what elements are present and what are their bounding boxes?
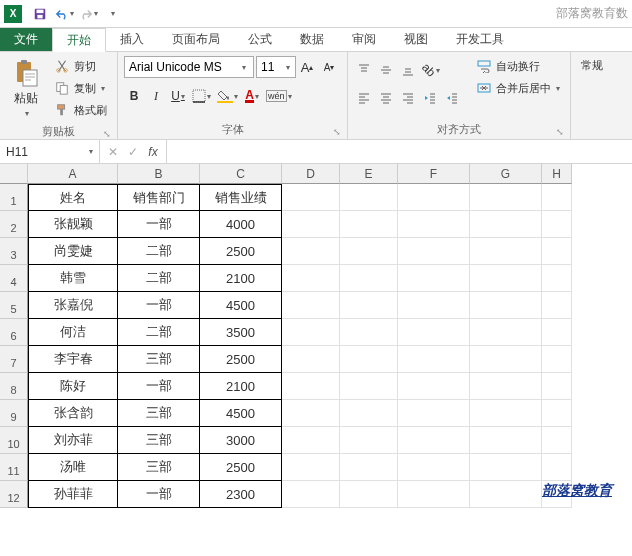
chevron-down-icon[interactable]: ▾ xyxy=(242,63,246,72)
row-header[interactable]: 12 xyxy=(0,481,28,508)
redo-button[interactable]: ▾ xyxy=(77,3,99,25)
border-button[interactable]: ▾ xyxy=(190,86,213,106)
cell[interactable] xyxy=(398,373,470,400)
cell[interactable]: 尚雯婕 xyxy=(28,238,118,265)
cell[interactable] xyxy=(398,184,470,211)
underline-button[interactable]: U▾ xyxy=(168,86,188,106)
cell[interactable]: 李宇春 xyxy=(28,346,118,373)
tab-insert[interactable]: 插入 xyxy=(106,28,158,51)
tab-file[interactable]: 文件 xyxy=(0,28,52,51)
align-left-button[interactable] xyxy=(354,88,374,108)
align-right-button[interactable] xyxy=(398,88,418,108)
row-header[interactable]: 2 xyxy=(0,211,28,238)
cell[interactable] xyxy=(340,481,398,508)
shrink-font-button[interactable]: A▾ xyxy=(320,58,338,76)
cell[interactable] xyxy=(542,400,572,427)
row-header[interactable]: 5 xyxy=(0,292,28,319)
cell[interactable] xyxy=(282,319,340,346)
column-header[interactable]: D xyxy=(282,164,340,184)
font-size-select[interactable] xyxy=(256,56,296,78)
column-header[interactable]: G xyxy=(470,164,542,184)
cell[interactable] xyxy=(282,481,340,508)
cell[interactable] xyxy=(340,265,398,292)
tab-review[interactable]: 审阅 xyxy=(338,28,390,51)
qat-customize-button[interactable]: ▾ xyxy=(101,3,123,25)
cell[interactable] xyxy=(398,265,470,292)
tab-home[interactable]: 开始 xyxy=(52,28,106,52)
cell[interactable] xyxy=(398,238,470,265)
cancel-formula-button[interactable]: ✕ xyxy=(104,143,122,161)
cell[interactable] xyxy=(470,184,542,211)
cell[interactable] xyxy=(282,292,340,319)
cell[interactable]: 二部 xyxy=(118,265,200,292)
align-top-button[interactable] xyxy=(354,60,374,80)
cell[interactable]: 2100 xyxy=(200,373,282,400)
cell[interactable] xyxy=(282,265,340,292)
cell[interactable] xyxy=(398,400,470,427)
cell[interactable] xyxy=(470,346,542,373)
cell[interactable] xyxy=(542,427,572,454)
cell[interactable]: 二部 xyxy=(118,319,200,346)
row-header[interactable]: 11 xyxy=(0,454,28,481)
orientation-button[interactable]: ab▾ xyxy=(420,60,442,80)
row-header[interactable]: 9 xyxy=(0,400,28,427)
cell[interactable] xyxy=(470,211,542,238)
increase-indent-button[interactable] xyxy=(442,88,462,108)
cell[interactable]: 销售业绩 xyxy=(200,184,282,211)
row-header[interactable]: 8 xyxy=(0,373,28,400)
cell[interactable] xyxy=(340,184,398,211)
grow-font-button[interactable]: A▴ xyxy=(298,58,316,76)
cell[interactable] xyxy=(398,346,470,373)
align-bottom-button[interactable] xyxy=(398,60,418,80)
cell[interactable]: 一部 xyxy=(118,373,200,400)
cell[interactable] xyxy=(470,238,542,265)
tab-view[interactable]: 视图 xyxy=(390,28,442,51)
cell[interactable]: 一部 xyxy=(118,481,200,508)
cell[interactable] xyxy=(542,265,572,292)
cell[interactable] xyxy=(282,427,340,454)
dialog-launcher-icon[interactable]: ⤡ xyxy=(556,127,564,137)
insert-function-button[interactable]: fx xyxy=(144,143,162,161)
tab-formulas[interactable]: 公式 xyxy=(234,28,286,51)
cell[interactable] xyxy=(340,319,398,346)
align-middle-button[interactable] xyxy=(376,60,396,80)
bold-button[interactable]: B xyxy=(124,86,144,106)
cell[interactable]: 4500 xyxy=(200,400,282,427)
cell[interactable] xyxy=(340,400,398,427)
fill-color-button[interactable]: ▾ xyxy=(215,86,240,106)
cell[interactable]: 3000 xyxy=(200,427,282,454)
tab-data[interactable]: 数据 xyxy=(286,28,338,51)
cell[interactable]: 三部 xyxy=(118,400,200,427)
cell[interactable] xyxy=(398,292,470,319)
cell[interactable] xyxy=(470,265,542,292)
cell[interactable]: 张含韵 xyxy=(28,400,118,427)
cell[interactable] xyxy=(398,454,470,481)
cell[interactable]: 3500 xyxy=(200,319,282,346)
cell[interactable]: 二部 xyxy=(118,238,200,265)
cell[interactable] xyxy=(282,346,340,373)
cell[interactable]: 韩雪 xyxy=(28,265,118,292)
cell[interactable] xyxy=(542,184,572,211)
cell[interactable] xyxy=(282,373,340,400)
merge-center-button[interactable]: 合并后居中 ▾ xyxy=(472,78,564,98)
undo-button[interactable]: ▾ xyxy=(53,3,75,25)
select-all-corner[interactable] xyxy=(0,164,28,184)
cell[interactable] xyxy=(398,427,470,454)
cell[interactable]: 何洁 xyxy=(28,319,118,346)
cell[interactable] xyxy=(542,211,572,238)
tab-layout[interactable]: 页面布局 xyxy=(158,28,234,51)
cell[interactable]: 张靓颖 xyxy=(28,211,118,238)
cell[interactable] xyxy=(282,400,340,427)
column-header[interactable]: H xyxy=(542,164,572,184)
wrap-text-button[interactable]: 自动换行 xyxy=(472,56,564,76)
copy-button[interactable]: 复制 ▾ xyxy=(50,78,111,98)
cell[interactable]: 陈好 xyxy=(28,373,118,400)
cell[interactable] xyxy=(340,427,398,454)
cell[interactable] xyxy=(340,238,398,265)
column-header[interactable]: B xyxy=(118,164,200,184)
cell[interactable]: 一部 xyxy=(118,292,200,319)
cell[interactable] xyxy=(542,454,572,481)
column-header[interactable]: F xyxy=(398,164,470,184)
spreadsheet[interactable]: A B C D E F G H 1姓名销售部门销售业绩2张靓颖一部40003尚雯… xyxy=(0,164,632,508)
cell[interactable]: 4000 xyxy=(200,211,282,238)
